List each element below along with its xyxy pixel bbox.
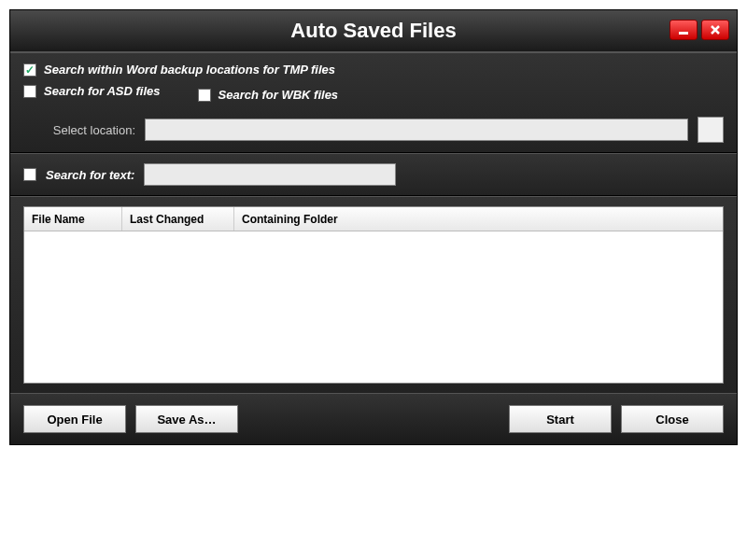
table-header: File Name Last Changed Containing Folder: [24, 207, 723, 231]
column-containing-folder[interactable]: Containing Folder: [234, 207, 723, 231]
tmp-option-row: Search within Word backup locations for …: [23, 63, 724, 77]
close-window-button[interactable]: [701, 20, 729, 40]
tmp-checkbox[interactable]: [23, 63, 36, 77]
minimize-icon: [677, 23, 690, 36]
search-text-input[interactable]: [144, 163, 396, 186]
asd-option-row: Search for ASD files: [23, 84, 161, 98]
asd-checkbox[interactable]: [23, 85, 36, 98]
titlebar: Auto Saved Files: [10, 10, 737, 52]
close-icon: [709, 23, 722, 36]
search-text-checkbox[interactable]: [23, 168, 36, 181]
wbk-checkbox[interactable]: [198, 89, 211, 102]
open-file-button[interactable]: Open File: [23, 405, 126, 433]
file-type-options: Search for ASD files Search for WBK file…: [23, 84, 724, 105]
wbk-label: Search for WBK files: [218, 88, 339, 102]
column-file-name[interactable]: File Name: [24, 207, 122, 231]
footer-buttons: Open File Save As… Start Close: [10, 393, 737, 444]
browse-button[interactable]: [698, 117, 724, 143]
wbk-option-row: Search for WBK files: [198, 84, 339, 105]
start-button[interactable]: Start: [509, 405, 612, 433]
search-options-section: Search within Word backup locations for …: [10, 52, 737, 153]
results-table: File Name Last Changed Containing Folder: [23, 206, 724, 384]
search-text-section: Search for text:: [10, 153, 737, 196]
minimize-button[interactable]: [669, 20, 698, 40]
search-text-label: Search for text:: [46, 168, 134, 182]
tmp-label: Search within Word backup locations for …: [44, 63, 335, 77]
dialog-title: Auto Saved Files: [290, 19, 456, 43]
location-row: Select location:: [23, 117, 724, 143]
table-body[interactable]: [24, 231, 723, 381]
dialog-window: Auto Saved Files Search within Word back…: [9, 9, 738, 445]
svg-rect-0: [679, 32, 688, 35]
location-input[interactable]: [145, 119, 688, 141]
search-text-row: Search for text:: [23, 163, 724, 186]
location-label: Select location:: [23, 123, 135, 137]
window-controls: [669, 20, 729, 40]
footer-spacer: [247, 405, 500, 433]
column-last-changed[interactable]: Last Changed: [122, 207, 234, 231]
close-button[interactable]: Close: [621, 405, 724, 433]
asd-label: Search for ASD files: [44, 84, 161, 98]
results-section: File Name Last Changed Containing Folder: [10, 196, 737, 393]
save-as-button[interactable]: Save As…: [135, 405, 238, 433]
